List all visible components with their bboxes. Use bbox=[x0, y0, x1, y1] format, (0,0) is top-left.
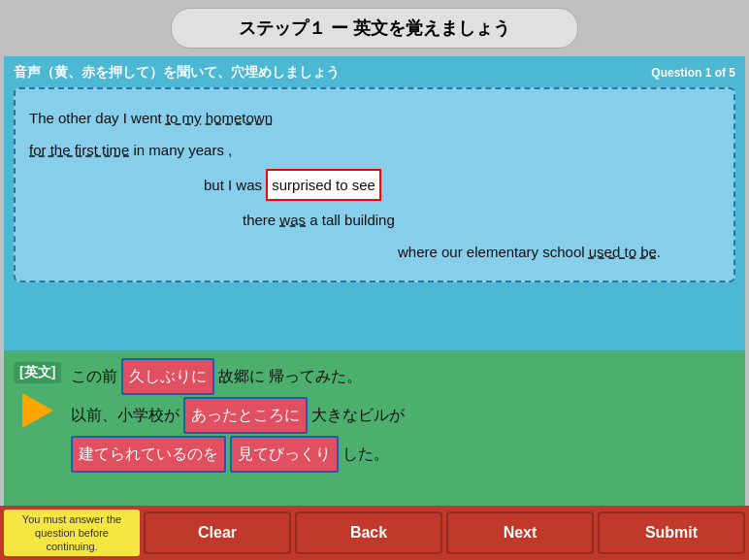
eibun-row: [英文] この前 久しぶりに 故郷に 帰ってみた。 以前、小学校が あったところ… bbox=[14, 358, 735, 475]
underline-hometown: to my hometown bbox=[166, 110, 273, 126]
jp-token: 大きなビルが bbox=[311, 400, 405, 431]
english-text-area: The other day I went to my hometown for … bbox=[14, 87, 735, 282]
highlighted-surprised: surprised to see bbox=[266, 169, 381, 201]
sentence-line-3: but I was surprised to see bbox=[204, 169, 720, 201]
jp-highlighted-4[interactable]: 見てびっくり bbox=[230, 436, 339, 473]
jp-line-2: 以前、小学校が あったところに 大きなビルが bbox=[71, 397, 735, 434]
jp-token: 故郷に bbox=[218, 361, 265, 392]
underline-was: was bbox=[279, 212, 306, 228]
jp-token: この前 bbox=[71, 361, 117, 392]
bottom-section: [英文] この前 久しぶりに 故郷に 帰ってみた。 以前、小学校が あったところ… bbox=[4, 350, 745, 506]
jp-highlighted-1[interactable]: 久しぶりに bbox=[121, 358, 214, 395]
next-button[interactable]: Next bbox=[446, 511, 594, 554]
play-icon bbox=[22, 393, 53, 428]
jp-token: 帰ってみた。 bbox=[269, 361, 362, 392]
jp-highlighted-2[interactable]: あったところに bbox=[183, 397, 308, 434]
question-count: Question 1 of 5 bbox=[651, 66, 735, 80]
instruction-bar: 音声（黄、赤を押して）を聞いて、穴埋めしましょう Question 1 of 5 bbox=[14, 62, 735, 83]
jp-line-1: この前 久しぶりに 故郷に 帰ってみた。 bbox=[71, 358, 735, 395]
sentence-line-5: where our elementary school used to be. bbox=[398, 239, 720, 265]
sentence-line-2: for the first time in many years , bbox=[29, 137, 720, 163]
eibun-label: [英文] bbox=[14, 362, 61, 383]
jp-token: した。 bbox=[342, 439, 389, 470]
top-section: 音声（黄、赤を押して）を聞いて、穴埋めしましょう Question 1 of 5… bbox=[4, 56, 745, 350]
underline-used: used to be bbox=[589, 244, 657, 260]
warning-box: You must answer the question before cont… bbox=[4, 510, 140, 556]
bottom-bar: You must answer the question before cont… bbox=[0, 506, 749, 560]
sentence-line-1: The other day I went to my hometown bbox=[29, 105, 720, 131]
jp-highlighted-3[interactable]: 建てられているのを bbox=[71, 436, 226, 473]
submit-button[interactable]: Submit bbox=[598, 511, 745, 554]
japanese-text-area: この前 久しぶりに 故郷に 帰ってみた。 以前、小学校が あったところに 大きな… bbox=[71, 358, 735, 475]
jp-line-3: 建てられているのを 見てびっくり した。 bbox=[71, 436, 735, 473]
play-button[interactable] bbox=[18, 391, 57, 430]
back-button[interactable]: Back bbox=[295, 511, 442, 554]
clear-button[interactable]: Clear bbox=[144, 511, 291, 554]
underline-first-time: for the first time bbox=[29, 142, 129, 158]
jp-token: 以前、小学校が bbox=[71, 400, 179, 431]
page-title: ステップ１ ー 英文を覚えましょう bbox=[171, 8, 578, 49]
instruction-text: 音声（黄、赤を押して）を聞いて、穴埋めしましょう bbox=[14, 64, 340, 82]
sentence-line-4: there was a tall building bbox=[243, 207, 720, 233]
